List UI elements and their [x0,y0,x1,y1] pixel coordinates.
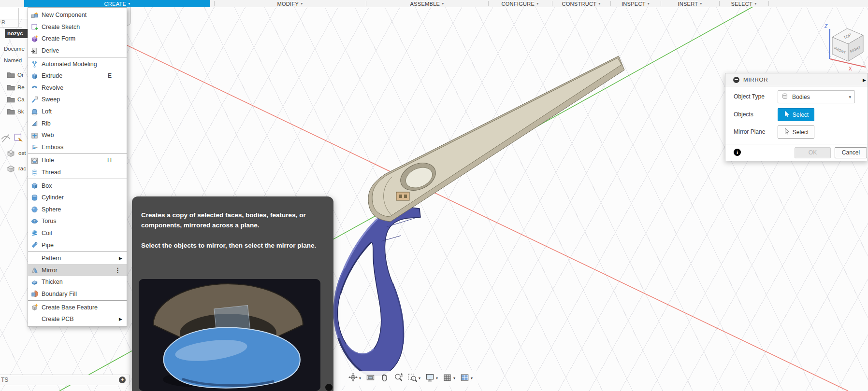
scissors-model[interactable] [334,56,624,376]
chevron-down-icon[interactable]: ▾ [471,376,473,380]
pan-button[interactable] [377,372,391,385]
viewport-canvas: TOP FRONT RIGHT Z X [0,0,868,391]
chevron-down-icon[interactable]: ▾ [359,376,361,380]
tab-construct[interactable]: CONSTRUCT▾ [552,0,610,7]
viewcube-z-label: Z [824,24,828,29]
menu-item-thicken[interactable]: Thicken [28,276,127,288]
scissor-handle[interactable] [334,208,420,376]
browser-tree: nozyc Docume Named Or Re Ca Sk ost rac [0,7,28,364]
menu-item-thread[interactable]: Thread [28,167,127,179]
object-type-dropdown[interactable]: Bodies ▾ [778,90,855,103]
submenu-arrow-icon: ▶ [119,256,122,261]
chevron-down-icon[interactable]: ▾ [436,376,438,380]
derive-icon [30,47,38,55]
window-zoom-button[interactable]: ▾ [405,372,423,385]
comments-bar-label: TS [1,377,8,383]
browser-body-blade[interactable]: ost [18,150,26,156]
document-title-bar[interactable]: nozyc [5,29,28,38]
menu-item-box[interactable]: Box [28,180,127,192]
folder-icon[interactable] [7,71,15,79]
menu-item-automated-modeling[interactable]: Automated Modeling [28,58,127,70]
web-icon [30,131,38,139]
objects-select-button[interactable]: Select [778,108,814,121]
tab-configure[interactable]: CONFIGURE▾ [488,0,552,7]
menu-item-boundary-fill[interactable]: Boundary Fill [28,288,127,300]
mirror-plane-select-button[interactable]: Select [778,126,814,139]
more-options-icon[interactable]: ⋮ [115,266,121,274]
menu-item-derive[interactable]: Derive [28,45,127,57]
menu-separator [28,251,127,252]
menu-item-rib[interactable]: Rib [28,117,127,129]
select-cursor-icon [783,111,790,119]
folder-icon[interactable] [7,84,15,92]
folder-icon[interactable] [7,96,15,104]
dialog-grip-icon[interactable] [733,77,739,83]
tab-assemble[interactable]: ASSEMBLE▾ [366,0,488,7]
menu-item-sweep[interactable]: Sweep [28,94,127,106]
look-at-icon [366,373,375,384]
orbit-button[interactable]: ▾ [346,372,363,385]
menu-item-loft[interactable]: Loft [28,106,127,118]
navigation-toolbar: ▾ ▾ ▾ ▾ ▾ [343,371,478,386]
menu-item-pattern[interactable]: Pattern ▶ [28,252,127,265]
tooltip-preview-image [139,279,320,391]
create-menu: New Component Create Sketch Create Form … [28,7,127,327]
menu-item-new-component[interactable]: New Component [28,9,127,21]
menu-item-coil[interactable]: Coil [28,227,127,239]
display-settings-button[interactable]: ▾ [423,372,440,385]
ok-button[interactable]: OK [795,147,831,158]
folder-icon[interactable] [7,108,15,116]
menu-item-web[interactable]: Web [28,129,127,141]
sketch-icon[interactable] [14,133,23,142]
orbit-icon [348,373,358,384]
menu-item-torus[interactable]: Torus [28,215,127,227]
menu-item-emboss[interactable]: E Emboss [28,141,127,154]
tab-modify[interactable]: MODIFY▾ [214,0,366,7]
menu-item-create-sketch[interactable]: Create Sketch [28,21,127,33]
shortcut-key: H [107,157,112,164]
box-icon [30,182,38,190]
menu-item-pipe[interactable]: Pipe [28,239,127,251]
comments-bar[interactable]: TS + [0,375,130,385]
browser-body-handle[interactable]: rac [18,166,26,171]
dialog-dock-arrow-icon[interactable]: ▶ [863,78,866,83]
chevron-down-icon[interactable]: ▾ [453,376,455,380]
info-icon[interactable]: i [734,149,741,156]
menu-item-extrude[interactable]: Extrude E [28,70,127,82]
browser-folder-sketches[interactable]: Sk [17,109,24,114]
menu-item-mirror[interactable]: Mirror ⋮ [28,264,127,276]
pan-icon [380,373,389,384]
viewports-button[interactable]: ▾ [458,372,475,385]
body-cube-icon[interactable] [7,149,15,157]
tab-create[interactable]: CREATE▾ [24,0,210,7]
menu-item-create-form[interactable]: Create Form [28,33,127,45]
eye-slash-icon[interactable] [1,134,11,142]
blade-sketch-detail[interactable] [396,192,409,200]
menu-separator [28,154,127,154]
menu-item-create-pcb[interactable]: Create PCB ▶ [28,313,127,325]
menu-item-cylinder[interactable]: Cylinder [28,192,127,204]
menu-item-hole[interactable]: Hole H [28,154,127,167]
browser-item-document-settings[interactable]: Docume [4,46,25,52]
look-at-button[interactable] [363,372,377,385]
menu-separator [28,57,127,57]
tab-select[interactable]: SELECT▾ [719,0,768,7]
grid-snaps-button[interactable]: ▾ [440,372,458,385]
mirror-dialog-header[interactable]: MIRROR ▶ [725,73,868,86]
menu-item-revolve[interactable]: Revolve [28,82,127,94]
menu-item-sphere[interactable]: Sphere [28,204,127,216]
tab-inspect[interactable]: INSPECT▾ [610,0,661,7]
browser-item-named-views[interactable]: Named [4,57,22,63]
zoom-button[interactable] [391,372,405,385]
browser-folder-origin[interactable]: Or [17,72,24,78]
cancel-button[interactable]: Cancel [835,147,867,158]
add-comment-icon[interactable]: + [119,377,126,383]
menu-item-create-base-feature[interactable]: Create Base Feature [28,301,127,313]
tab-insert[interactable]: INSERT▾ [661,0,719,7]
body-cube-icon[interactable] [7,165,15,173]
browser-folder[interactable]: Ca [17,97,25,102]
rib-icon [30,120,38,127]
browser-folder[interactable]: Re [17,84,25,90]
chevron-down-icon[interactable]: ▾ [419,376,420,380]
viewcube[interactable]: TOP FRONT RIGHT Z X [824,24,866,71]
